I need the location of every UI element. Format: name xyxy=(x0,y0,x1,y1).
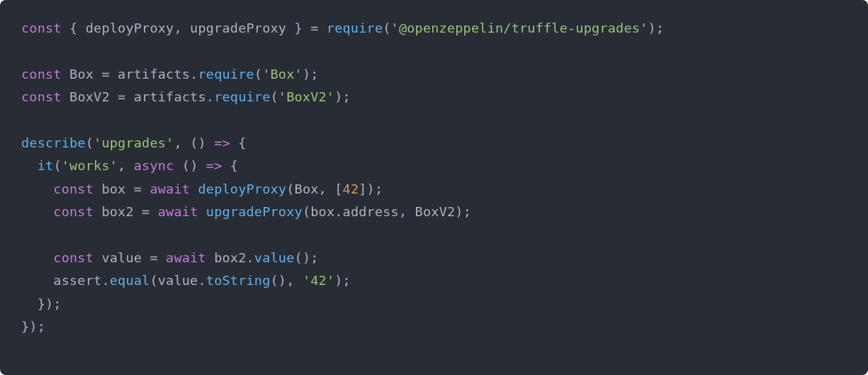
code-block: const { deployProxy, upgradeProxy } = re… xyxy=(0,0,868,375)
code-content: const { deployProxy, upgradeProxy } = re… xyxy=(21,17,847,338)
